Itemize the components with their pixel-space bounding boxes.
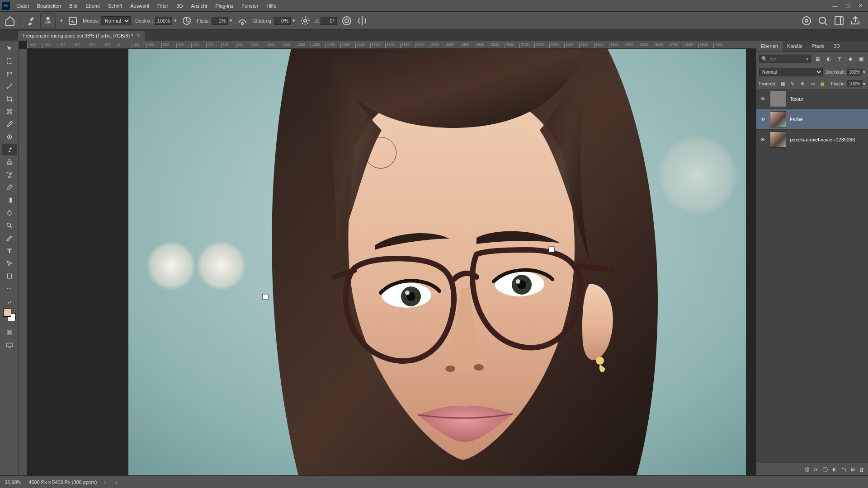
menu-file[interactable]: Datei [14,1,33,10]
chevron-down-icon[interactable]: ▾ [806,56,809,62]
group-icon[interactable]: 🗀 [841,467,846,472]
more-tools[interactable]: ⋯ [2,283,17,295]
flow-value[interactable]: 1% [212,17,228,25]
chevron-down-icon[interactable]: ▾ [863,81,865,86]
chevron-down-icon[interactable]: ▾ [230,18,232,23]
tab-layers[interactable]: Ebenen [756,41,783,52]
smoothing-options-icon[interactable] [300,15,311,26]
color-swatches[interactable] [3,309,16,321]
statusbar-menu-icon[interactable]: › [104,479,106,485]
adjustment-icon[interactable]: ◐ [832,466,837,472]
trash-icon[interactable]: 🗑 [859,467,864,472]
layer-row[interactable]: 👁Farbe [756,109,868,130]
mask-icon[interactable]: ◯ [822,466,828,472]
filter-pixel-icon[interactable]: ▦ [814,55,822,63]
blend-mode-select[interactable]: Normal [101,16,131,25]
menu-window[interactable]: Fenster [238,1,262,10]
menu-view[interactable]: Ansicht [187,1,211,10]
chevron-down-icon[interactable]: ▾ [863,70,865,75]
pressure-opacity-icon[interactable] [181,15,192,26]
link-layers-icon[interactable]: ⛓ [804,467,809,472]
visibility-toggle-icon[interactable]: 👁 [759,117,766,122]
crop-tool[interactable] [2,93,17,105]
layer-row[interactable]: 👁Textur [756,89,868,109]
filter-shape-icon[interactable]: ◆ [846,55,854,63]
layer-fill-value[interactable]: 100% [847,80,862,87]
tab-3d[interactable]: 3D [829,41,844,52]
share-icon[interactable] [850,15,861,26]
filter-adjust-icon[interactable]: ◐ [825,55,833,63]
filter-type-icon[interactable]: T [835,55,844,63]
menu-plugins[interactable]: Plug-ins [212,1,237,10]
menu-select[interactable]: Auswahl [127,1,153,10]
pen-tool[interactable] [2,232,17,244]
filter-smart-icon[interactable]: ▣ [857,55,865,63]
foreground-color-swatch[interactable] [3,309,11,317]
window-minimize[interactable]: ― [829,2,841,10]
new-layer-icon[interactable]: ⊞ [851,466,855,472]
lasso-tool[interactable] [2,68,17,80]
brush-panel-toggle-icon[interactable] [67,15,78,26]
layer-name[interactable]: Farbe [790,117,803,122]
quick-mask-icon[interactable] [2,327,17,338]
menu-help[interactable]: Hilfe [263,1,280,10]
blur-tool[interactable] [2,207,17,219]
dodge-tool[interactable] [2,220,17,231]
lock-pixels-icon[interactable]: ▦ [779,80,786,87]
frame-tool[interactable] [2,106,17,117]
menu-type[interactable]: Schrift [104,1,126,10]
layer-name[interactable]: Textur [790,96,803,102]
airbrush-icon[interactable] [237,15,248,26]
scroll-left-icon[interactable]: ‹ [116,479,118,485]
chevron-down-icon[interactable]: ▾ [174,18,177,23]
menu-3d[interactable]: 3D [173,1,186,10]
swap-colors-icon[interactable]: ⇄ [8,300,11,305]
lock-paint-icon[interactable]: ✎ [789,80,796,87]
menu-layer[interactable]: Ebene [82,1,104,10]
marquee-tool[interactable] [2,55,17,67]
history-brush-tool[interactable] [2,169,17,181]
path-select-tool[interactable] [2,258,17,269]
search-icon[interactable] [817,15,828,26]
cloud-docs-icon[interactable] [801,15,812,26]
visibility-toggle-icon[interactable]: 👁 [759,96,766,102]
layer-name[interactable]: pexels-daniel-xavier-1239288 [790,137,855,142]
gradient-tool[interactable] [2,194,17,206]
brush-preset-picker[interactable]: 290 [40,13,56,28]
symmetry-icon[interactable] [357,15,368,26]
shape-tool[interactable] [2,270,17,282]
healing-tool[interactable] [2,131,17,143]
stamp-tool[interactable] [2,156,17,168]
lock-artboard-icon[interactable]: ▭ [809,80,816,87]
layer-thumbnail[interactable] [770,131,786,148]
layer-opacity-value[interactable]: 100% [847,69,862,75]
tab-channels[interactable]: Kanäle [783,41,807,52]
layer-filter-input[interactable] [769,56,804,62]
layer-thumbnail[interactable] [770,91,786,107]
menu-edit[interactable]: Bearbeiten [33,1,65,10]
layer-thumbnail[interactable] [770,111,786,127]
fx-icon[interactable]: fx [814,467,818,472]
layer-blend-mode[interactable]: Normal [759,68,823,76]
chevron-down-icon[interactable]: ▾ [60,18,63,23]
document-canvas[interactable] [128,49,746,475]
workspace-icon[interactable] [834,15,844,26]
close-icon[interactable]: × [137,33,140,39]
zoom-level[interactable]: 32,98% [5,479,21,485]
document-tab[interactable]: Frequenztrennung.psdc bei 33% (Farbe, RG… [18,31,145,41]
lock-position-icon[interactable]: ✥ [799,80,806,87]
brush-tool[interactable] [2,144,17,155]
pressure-size-icon[interactable] [341,15,352,26]
canvas-area[interactable]: -600-500-400-300-200-1000100200300400500… [19,41,756,475]
window-maximize[interactable]: ▢ [842,2,854,10]
screen-mode-icon[interactable] [2,339,17,351]
menu-filter[interactable]: Filter [154,1,172,10]
menu-image[interactable]: Bild [66,1,81,10]
visibility-toggle-icon[interactable]: 👁 [759,137,766,142]
angle-value[interactable]: 0° [321,17,337,25]
layer-row[interactable]: 👁pexels-daniel-xavier-1239288 [756,130,868,150]
opacity-value[interactable]: 100% [155,17,172,25]
window-close[interactable]: ✕ [854,2,866,10]
lock-all-icon[interactable]: 🔒 [819,80,826,87]
tab-paths[interactable]: Pfade [807,41,829,52]
